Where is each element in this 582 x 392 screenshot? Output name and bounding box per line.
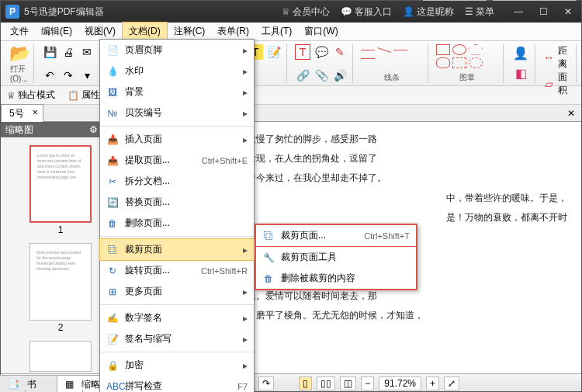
menu-item[interactable]: 📥插入页面▸ <box>100 129 254 150</box>
redo-icon[interactable]: ↷ <box>61 68 76 83</box>
forward-button[interactable]: ↷ <box>258 376 274 390</box>
area-icon[interactable]: ▱ <box>543 76 555 92</box>
menu-window[interactable]: 窗口(W) <box>298 23 344 40</box>
submenu-item[interactable]: ⿻裁剪页面...Ctrl+Shift+T <box>256 225 416 247</box>
poly-shape[interactable] <box>469 44 483 55</box>
menu-view[interactable]: 视图(V) <box>78 23 122 40</box>
submenu-arrow-icon: ▸ <box>243 313 248 324</box>
annotate-icon[interactable]: 📝 <box>266 44 282 60</box>
menu-item-label: 提取页面... <box>125 154 196 167</box>
undo-icon[interactable]: ↶ <box>42 68 57 83</box>
menu-shortcut: F7 <box>237 382 248 391</box>
close-button[interactable]: ✕ <box>559 6 577 17</box>
shapes-group <box>436 44 498 68</box>
menu-file[interactable]: 文件 <box>4 23 35 40</box>
zoom-level[interactable]: 91.72% <box>379 376 421 390</box>
submenu-arrow-icon: ▸ <box>243 334 248 345</box>
maximize-button[interactable]: ☐ <box>535 6 552 17</box>
zoom-in-button[interactable]: + <box>426 376 439 390</box>
single-page-button[interactable]: ▯ <box>299 376 312 390</box>
menu-item-icon: ⊞ <box>106 286 119 297</box>
menu-item[interactable]: 📄页眉页脚▸ <box>100 40 254 61</box>
menu-edit[interactable]: 编辑(E) <box>35 23 78 40</box>
link-icon[interactable]: 🔗 <box>295 68 310 83</box>
open-label[interactable]: 打开(O)... <box>10 64 29 83</box>
menu-item-label: 数字签名 <box>125 311 237 324</box>
thumbnail-3[interactable] <box>29 341 92 372</box>
ell2-shape[interactable] <box>469 57 483 68</box>
thumbnail-2[interactable]: More preview text content for the second… <box>29 243 92 321</box>
minimize-button[interactable]: — <box>510 6 527 17</box>
sound-icon[interactable]: 🔊 <box>332 68 348 83</box>
fit-button[interactable]: ⤢ <box>444 376 459 390</box>
window-title: 5号迅捷PDF编辑器 <box>24 5 282 19</box>
menu-item-icon: ⿻ <box>106 245 119 255</box>
submenu-item[interactable]: 🔧裁剪页面工具 <box>256 247 416 268</box>
menu-item[interactable]: 📝签名与缩写▸ <box>100 328 254 349</box>
zoom-out-button[interactable]: − <box>361 376 374 390</box>
menu-item[interactable]: ✂拆分文档... <box>100 171 254 192</box>
menu-item-icon: 🗑 <box>106 218 119 229</box>
member-center-link[interactable]: ♕ 会员中心 <box>282 5 330 19</box>
menu-annotate[interactable]: 注释(C) <box>168 23 212 40</box>
menu-item[interactable]: ✍数字签名▸ <box>100 307 254 328</box>
line3-shape[interactable] <box>361 58 375 59</box>
line2-shape[interactable] <box>393 50 407 50</box>
tabbar-close-icon[interactable]: ✕ <box>561 108 581 119</box>
menu-item[interactable]: 💧水印▸ <box>100 61 254 82</box>
menu-item[interactable]: №贝茨编号▸ <box>100 102 254 123</box>
textbox-icon[interactable]: T <box>295 44 310 60</box>
open-icon[interactable]: 📂 <box>10 44 29 63</box>
adv-find-button[interactable]: 🔍高级查找(S) <box>493 0 576 1</box>
support-link[interactable]: 💬 客服入口 <box>341 5 392 19</box>
bookmarks-tab[interactable]: 📑书签 <box>0 376 57 392</box>
menu-form[interactable]: 表单(R) <box>211 23 255 40</box>
distance-icon[interactable]: ↔ <box>543 50 555 65</box>
menu-item[interactable]: 🔒加密▸ <box>100 355 254 376</box>
thumbnail-1[interactable]: Lorem ipsum dolor sit amet text preview … <box>29 145 92 223</box>
facing-button[interactable]: ◫ <box>340 376 356 390</box>
menu-item-icon: ✍ <box>106 313 119 324</box>
menu-item[interactable]: ⊞更多页面▸ <box>100 281 254 302</box>
cloud-shape[interactable] <box>436 57 450 68</box>
callout-icon[interactable]: 💬 <box>314 44 329 60</box>
menu-item-icon: 🔒 <box>106 360 119 371</box>
menu-tools[interactable]: 工具(T) <box>255 23 298 40</box>
save-icon[interactable]: 💾 <box>42 44 57 60</box>
menu-item-icon: 📝 <box>106 334 119 345</box>
submenu-item-label: 删除被裁剪的内容 <box>281 272 410 285</box>
more-icon[interactable]: ▾ <box>79 68 95 83</box>
line-shape[interactable] <box>361 50 375 50</box>
document-menu-dropdown: 📄页眉页脚▸💧水印▸🖼背景▸№贝茨编号▸📥插入页面▸📤提取页面...Ctrl+S… <box>99 39 255 392</box>
rect2-shape[interactable] <box>452 57 466 68</box>
document-tab[interactable]: 5号× <box>1 104 43 123</box>
menu-item-label: 加密 <box>125 359 237 372</box>
submenu-arrow-icon: ▸ <box>243 87 248 98</box>
menu-item[interactable]: ⿻裁剪页面▸ <box>99 238 255 261</box>
menu-item-label: 裁剪页面 <box>125 243 237 256</box>
find-button[interactable]: 🔍查找(F) <box>423 0 487 1</box>
menu-item[interactable]: 🔄替换页面... <box>100 192 254 213</box>
menu-link[interactable]: ☰ 菜单 <box>465 5 494 19</box>
menu-item[interactable]: ↻旋转页面...Ctrl+Shift+R <box>100 260 254 281</box>
pen-icon[interactable]: ✎ <box>332 44 348 60</box>
menu-item[interactable]: ABC拼写检查F7 <box>100 376 254 392</box>
submenu-item[interactable]: 🗑删除被裁剪的内容 <box>256 268 416 289</box>
stamp-icon[interactable]: 👤 <box>511 44 530 63</box>
submenu-item-icon: ⿻ <box>262 231 275 241</box>
menu-item[interactable]: 📤提取页面...Ctrl+Shift+E <box>100 150 254 171</box>
mail-icon[interactable]: ✉ <box>79 44 95 60</box>
print-icon[interactable]: 🖨 <box>61 44 76 60</box>
arrow-shape[interactable] <box>377 47 390 52</box>
nickname-link[interactable]: 👤 这是昵称 <box>403 5 454 19</box>
attach-icon[interactable]: 📎 <box>314 68 329 83</box>
ellipse-shape[interactable] <box>452 44 466 55</box>
rect-shape[interactable] <box>436 44 450 55</box>
menu-item[interactable]: 🖼背景▸ <box>100 82 254 102</box>
tab-close-icon[interactable]: × <box>33 107 38 118</box>
crop-submenu: ⿻裁剪页面...Ctrl+Shift+T🔧裁剪页面工具🗑删除被裁剪的内容 <box>255 224 417 290</box>
continuous-button[interactable]: ▯▯ <box>317 376 335 390</box>
menu-item[interactable]: 🗑删除页面... <box>100 213 254 234</box>
eraser-icon[interactable]: ◧ <box>511 64 530 83</box>
exclusive-mode[interactable]: ♕ 独占模式 <box>7 88 55 102</box>
